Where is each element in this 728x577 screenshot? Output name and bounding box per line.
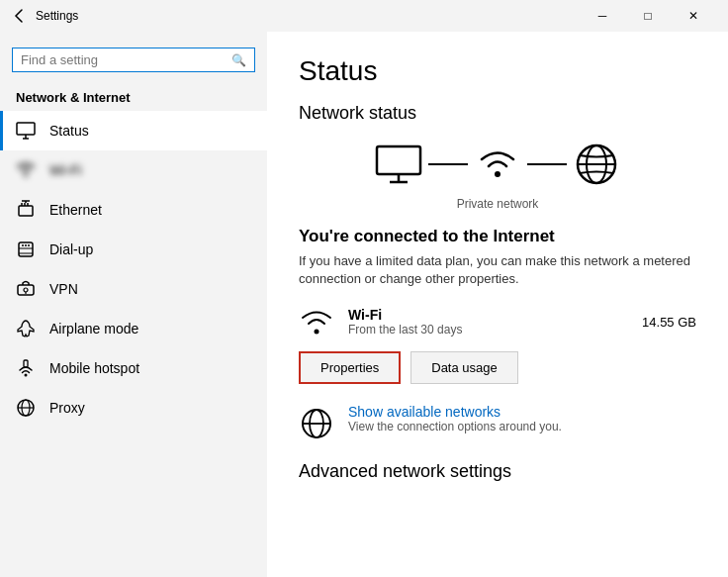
sidebar-item-hotspot[interactable]: Mobile hotspot: [0, 348, 267, 388]
svg-point-17: [24, 288, 28, 292]
monitor-icon: [16, 121, 36, 141]
back-icon[interactable]: [12, 8, 28, 24]
minimize-button[interactable]: ─: [580, 0, 625, 32]
svg-point-27: [495, 171, 500, 177]
sidebar-item-wifi[interactable]: Wi-Fi: [0, 150, 267, 190]
show-networks-row: Show available networks View the connect…: [299, 404, 696, 441]
svg-rect-0: [17, 123, 35, 135]
sidebar-item-ethernet[interactable]: Ethernet: [0, 190, 267, 230]
sidebar-item-proxy[interactable]: Proxy: [0, 388, 267, 428]
svg-point-15: [28, 244, 30, 246]
search-box[interactable]: 🔍: [12, 48, 255, 72]
svg-point-14: [25, 244, 27, 246]
hotspot-icon: [16, 358, 36, 378]
wifi-signal-icon: [468, 140, 527, 189]
sidebar-item-dialup[interactable]: Dial-up: [0, 230, 267, 269]
show-networks-text: Show available networks View the connect…: [348, 404, 562, 433]
sidebar: 🔍 Network & Internet Status: [0, 32, 267, 577]
vpn-icon: [16, 279, 36, 299]
svg-point-31: [315, 330, 319, 335]
show-networks-title[interactable]: Show available networks: [348, 404, 562, 420]
sidebar-item-label-wifi: Wi-Fi: [49, 162, 82, 178]
svg-point-13: [22, 244, 24, 246]
wifi-sub: From the last 30 days: [348, 323, 628, 337]
sidebar-item-airplane[interactable]: Airplane mode: [0, 309, 267, 348]
data-usage-button[interactable]: Data usage: [410, 351, 518, 384]
svg-point-19: [25, 374, 28, 377]
proxy-icon: [16, 398, 36, 418]
sidebar-item-label-dialup: Dial-up: [49, 241, 93, 257]
show-networks-icon: [299, 406, 334, 441]
titlebar-controls: ─ □ ✕: [580, 0, 716, 32]
show-networks-sub: View the connection options around you.: [348, 420, 562, 433]
search-input[interactable]: [21, 52, 226, 67]
app-body: 🔍 Network & Internet Status: [0, 32, 728, 577]
maximize-button[interactable]: □: [625, 0, 671, 32]
net-line-2: [527, 163, 567, 165]
globe-icon: [567, 140, 626, 189]
page-title: Status: [299, 55, 696, 87]
sidebar-item-label-airplane: Airplane mode: [49, 321, 138, 337]
network-status-title: Network status: [299, 103, 696, 124]
connected-title: You're connected to the Internet: [299, 227, 696, 246]
sidebar-item-label-ethernet: Ethernet: [49, 202, 102, 218]
close-button[interactable]: ✕: [671, 0, 716, 32]
titlebar: Settings ─ □ ✕: [0, 0, 728, 32]
net-line-1: [428, 163, 468, 165]
properties-button[interactable]: Properties: [299, 351, 401, 384]
sidebar-item-label-status: Status: [49, 123, 89, 139]
wifi-icon: [16, 160, 36, 180]
titlebar-title: Settings: [36, 9, 78, 23]
sidebar-section-title: Network & Internet: [0, 80, 267, 111]
svg-rect-20: [24, 360, 28, 367]
dialup-icon: [16, 240, 36, 259]
connected-desc: If you have a limited data plan, you can…: [299, 252, 696, 288]
sidebar-item-vpn[interactable]: VPN: [0, 269, 267, 309]
sidebar-item-label-vpn: VPN: [49, 281, 78, 297]
wifi-usage: 14.55 GB: [642, 315, 696, 330]
sidebar-item-label-proxy: Proxy: [49, 400, 85, 416]
svg-point-3: [25, 174, 28, 177]
wifi-connection-row: Wi-Fi From the last 30 days 14.55 GB: [299, 304, 696, 339]
sidebar-item-label-hotspot: Mobile hotspot: [49, 360, 139, 376]
svg-rect-24: [377, 146, 420, 174]
svg-rect-4: [19, 206, 33, 216]
advanced-settings-title: Advanced network settings: [299, 461, 696, 482]
network-diagram: [299, 140, 696, 189]
network-label: Private network: [299, 197, 696, 211]
ethernet-icon: [16, 200, 36, 220]
wifi-name: Wi-Fi: [348, 307, 628, 323]
airplane-icon: [16, 319, 36, 338]
computer-icon: [369, 140, 428, 189]
wifi-row-info: Wi-Fi From the last 30 days: [348, 307, 628, 337]
sidebar-item-status[interactable]: Status: [0, 111, 267, 150]
titlebar-left: Settings: [12, 8, 78, 24]
wifi-row-icon: [299, 304, 334, 339]
content-area: Status Network status: [267, 32, 728, 577]
search-icon: 🔍: [231, 53, 246, 67]
button-row: Properties Data usage: [299, 351, 696, 384]
